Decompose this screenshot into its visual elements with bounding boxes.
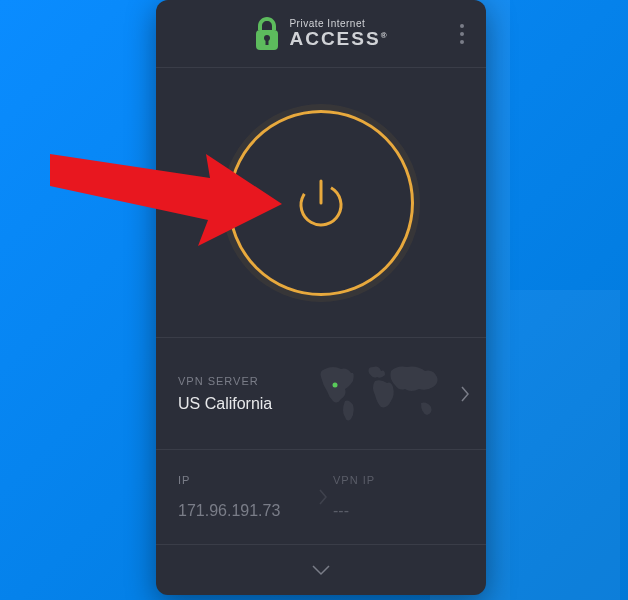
- expand-button[interactable]: [156, 545, 486, 595]
- vpn-ip-value: ---: [333, 502, 464, 520]
- ip-value: 171.96.191.73: [178, 502, 309, 520]
- ip-section: IP 171.96.191.73 VPN IP ---: [156, 450, 486, 545]
- ip-column: IP 171.96.191.73: [178, 468, 309, 526]
- app-window: Private Internet ACCESS® VPN SERVER US C…: [156, 0, 486, 595]
- svg-rect-2: [266, 39, 269, 45]
- power-button[interactable]: [228, 110, 414, 296]
- chevron-right-icon: [460, 385, 470, 403]
- brand-logo: Private Internet ACCESS®: [253, 17, 388, 51]
- lock-icon: [253, 17, 281, 51]
- brand-text: Private Internet ACCESS®: [289, 19, 388, 48]
- chevron-down-icon: [311, 564, 331, 576]
- arrow-right-icon: [318, 488, 328, 506]
- server-location-dot: [333, 382, 338, 387]
- vpn-ip-column: VPN IP ---: [309, 468, 464, 526]
- desktop-decoration: [510, 290, 620, 600]
- server-selector[interactable]: VPN SERVER US California: [156, 338, 486, 450]
- ip-label: IP: [178, 474, 309, 486]
- power-icon: [291, 173, 351, 233]
- menu-button[interactable]: [454, 18, 470, 50]
- brand-line2: ACCESS®: [289, 29, 388, 48]
- vpn-ip-label: VPN IP: [333, 474, 464, 486]
- world-map-icon: [313, 359, 448, 429]
- power-section: [156, 68, 486, 338]
- header: Private Internet ACCESS®: [156, 0, 486, 68]
